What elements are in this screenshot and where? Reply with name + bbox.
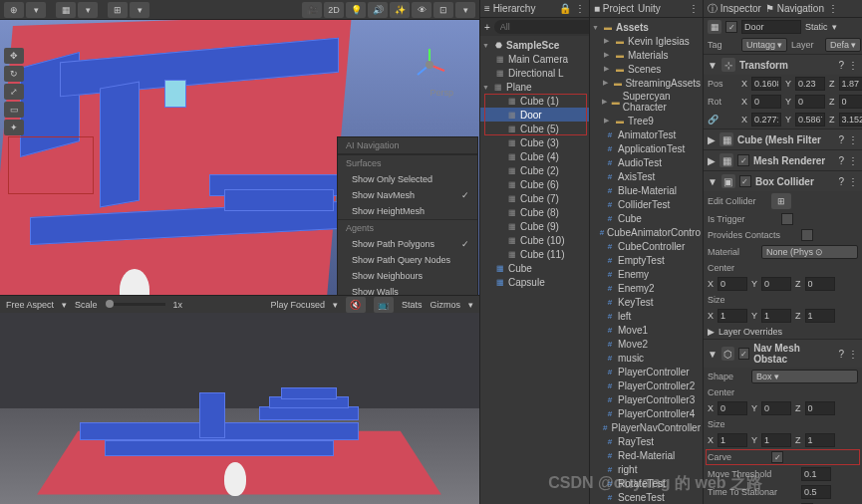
move-threshold-input[interactable] (801, 467, 831, 481)
project-item[interactable]: #CubeController (590, 239, 703, 253)
bc-center-z[interactable] (805, 277, 835, 291)
bc-size-z[interactable] (805, 309, 835, 323)
tool-grid[interactable]: ▦ (56, 2, 76, 18)
unity-tab[interactable]: Unity (638, 3, 661, 14)
project-item[interactable]: #RayTest (590, 434, 703, 448)
scene-root[interactable]: ▼⬣SampleSce (480, 38, 589, 52)
navigation-tab[interactable]: ⚑ Navigation (765, 3, 824, 14)
nm-center-x[interactable] (718, 401, 747, 415)
project-item[interactable]: ▶▬Kevin Iglesias (590, 34, 703, 48)
hierarchy-item[interactable]: ▦Directional L (480, 66, 589, 80)
rotate-tool-icon[interactable]: ↻ (4, 66, 24, 82)
hierarchy-item[interactable]: ▦Cube (4) (480, 149, 589, 163)
cm-show-walls[interactable]: Show Walls (338, 284, 477, 295)
hierarchy-menu-icon[interactable]: ⋮ (575, 3, 585, 14)
project-item[interactable]: #AudioTest (590, 155, 703, 169)
hierarchy-item[interactable]: ▦Cube (6) (480, 177, 589, 191)
project-item[interactable]: #Move2 (590, 337, 703, 351)
inspector-tab[interactable]: ⓘ Inspector (708, 2, 761, 16)
hierarchy-lock-icon[interactable]: 🔒 (559, 3, 571, 14)
bc-size-y[interactable] (761, 309, 791, 323)
vsync-icon[interactable]: 📺 (374, 297, 394, 313)
renderer-enable[interactable]: ✓ (737, 154, 749, 166)
project-item[interactable]: #PlayerController4 (590, 406, 703, 420)
project-item[interactable]: #ColliderTest (590, 197, 703, 211)
project-tab[interactable]: ■ Project (594, 3, 634, 14)
scale-x[interactable] (751, 113, 781, 126)
rot-y[interactable] (795, 95, 825, 109)
inspector-menu-icon[interactable]: ⋮ (828, 3, 838, 14)
box-collider-header[interactable]: ▼▣ ✓ Box Collider ?⋮ (704, 170, 862, 191)
project-item[interactable]: #Move1 (590, 323, 703, 337)
project-item[interactable]: ▶▬Tree9 (590, 114, 703, 127)
tool-gizmo-icon[interactable]: ⊡ (433, 2, 453, 18)
stats-button[interactable]: Stats (402, 300, 423, 310)
hierarchy-item[interactable]: ▦Cube (11) (480, 247, 589, 261)
project-item[interactable]: #PlayerNavController (590, 420, 703, 434)
cm-section-agents[interactable]: Agents (338, 219, 477, 236)
tool-dropdown[interactable]: ▾ (26, 2, 46, 18)
phys-material-field[interactable]: None (Phys⊙ (761, 245, 858, 259)
project-item[interactable]: #PlayerController3 (590, 392, 703, 406)
project-item[interactable]: #AnimatorTest (590, 127, 703, 141)
project-item[interactable]: #music (590, 351, 703, 365)
edit-collider-button[interactable]: ⊞ (771, 193, 791, 209)
tool-extra2[interactable]: ▾ (130, 2, 149, 18)
transform-tool-icon[interactable]: ✦ (4, 120, 24, 135)
aspect-dropdown[interactable]: Free Aspect (6, 300, 54, 310)
time-stationar-input[interactable] (801, 485, 831, 499)
add-icon[interactable]: + (484, 22, 490, 33)
cm-section-surfaces[interactable]: Surfaces (338, 154, 477, 171)
scale-link-icon[interactable]: 🔗 (708, 115, 737, 125)
shape-dropdown[interactable]: Box ▾ (751, 370, 858, 383)
project-item[interactable]: ▶▬StreamingAssets (590, 76, 703, 90)
project-item[interactable]: ▶▬Materials (590, 48, 703, 62)
mesh-renderer-header[interactable]: ▶▦ ✓ Mesh Renderer ?⋮ (704, 149, 862, 170)
project-item[interactable]: #CubeAnimatorContro (590, 225, 703, 239)
gizmos-button[interactable]: Gizmos (430, 300, 460, 310)
project-item[interactable]: #Enemy (590, 267, 703, 281)
nm-size-z[interactable] (805, 433, 835, 447)
layer-overrides[interactable]: ▶ Layer Overrides (704, 325, 862, 339)
active-checkbox[interactable]: ✓ (725, 21, 737, 33)
cm-show-path-polygons[interactable]: Show Path Polygons✓ (338, 236, 477, 252)
cm-show-only-selected[interactable]: Show Only Selected (338, 171, 477, 187)
tool-camera-icon[interactable]: 🎥 (302, 2, 322, 18)
tool-hidden-icon[interactable]: 👁 (412, 2, 431, 18)
tool-fx-icon[interactable]: ✨ (390, 2, 410, 18)
tool-pivot[interactable]: ⊕ (4, 2, 24, 18)
hierarchy-item[interactable]: ▼▦Plane (480, 80, 589, 94)
project-item[interactable]: #left (590, 309, 703, 323)
provides-contacts-checkbox[interactable] (801, 229, 813, 241)
tool-more[interactable]: ▾ (455, 2, 475, 18)
cm-show-navmesh[interactable]: Show NavMesh✓ (338, 187, 477, 203)
transform-header[interactable]: ▼⊹ Transform ?⋮ (704, 54, 862, 75)
tool-light-icon[interactable]: 💡 (346, 2, 366, 18)
persp-label[interactable]: Persp (430, 88, 453, 98)
project-item[interactable]: #AxisTest (590, 169, 703, 183)
hierarchy-item[interactable]: ▦Cube (10) (480, 233, 589, 247)
pos-z[interactable] (839, 77, 862, 91)
project-menu-icon[interactable]: ⋮ (689, 3, 699, 14)
project-item[interactable]: #KeyTest (590, 295, 703, 309)
object-name-input[interactable] (741, 20, 801, 34)
hierarchy-item[interactable]: ▦Cube (480, 261, 589, 275)
project-item[interactable]: #PlayerController2 (590, 378, 703, 392)
rect-tool-icon[interactable]: ▭ (4, 102, 24, 118)
project-item[interactable]: #EmptyTest (590, 253, 703, 267)
scale-slider[interactable] (106, 303, 165, 306)
navmesh-obstacle-header[interactable]: ▼⬡ ✓ Nav Mesh Obstac ?⋮ (704, 339, 862, 368)
layer-dropdown[interactable]: Defa▾ (825, 38, 861, 52)
project-item[interactable]: ▶▬Supercyan Character (590, 90, 703, 114)
hierarchy-item[interactable]: ▦Cube (9) (480, 219, 589, 233)
project-item[interactable]: #RotateTest (590, 476, 703, 490)
play-focused-dropdown[interactable]: Play Focused (270, 300, 325, 310)
project-item[interactable]: #SceneTest (590, 490, 703, 504)
cm-show-path-query[interactable]: Show Path Query Nodes (338, 252, 477, 268)
nm-size-x[interactable] (718, 433, 747, 447)
hierarchy-item[interactable]: ▦Cube (7) (480, 191, 589, 205)
game-view[interactable] (0, 313, 479, 504)
project-item[interactable]: ▶▬Scenes (590, 62, 703, 76)
tool-2d[interactable]: 2D (324, 2, 344, 18)
project-item[interactable]: #right (590, 462, 703, 476)
